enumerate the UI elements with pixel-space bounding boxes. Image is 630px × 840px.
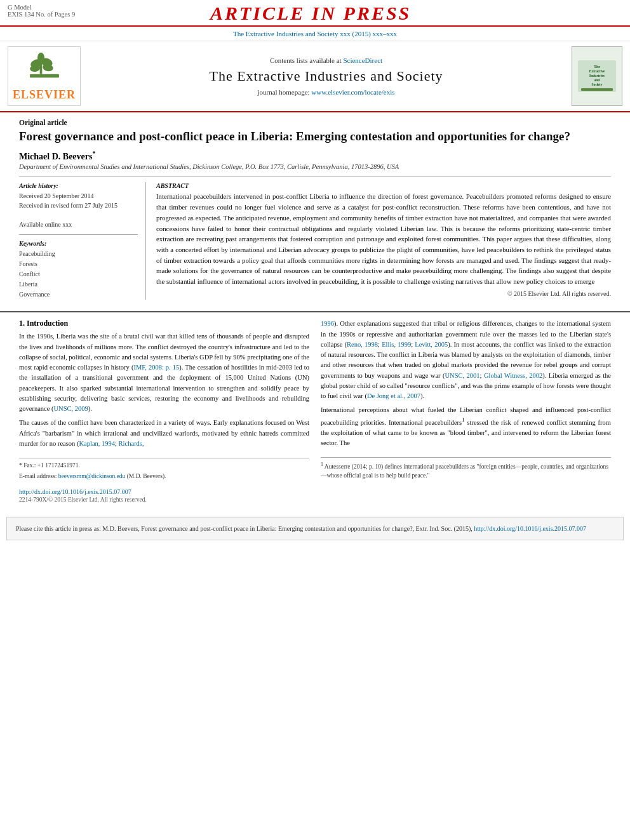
body-two-col: 1. Introduction In the 1990s, Liberia wa… bbox=[19, 319, 611, 502]
ref-1996-link[interactable]: 1996 bbox=[321, 320, 334, 327]
journal-homepage: journal homepage: www.elsevier.com/locat… bbox=[257, 88, 394, 96]
doi-link[interactable]: http://dx.doi.org/10.1016/j.exis.2015.07… bbox=[19, 488, 131, 495]
journal-link-bar: The Extractive Industries and Society xx… bbox=[0, 27, 630, 41]
right-para1: 1996). Other explanations suggested that… bbox=[321, 319, 611, 401]
keywords-section: Keywords: Peacebuilding Forests Conflict… bbox=[19, 240, 138, 300]
svg-point-6 bbox=[37, 53, 44, 63]
cite-text: Please cite this article in press as: M.… bbox=[16, 525, 474, 532]
keyword-list: Peacebuilding Forests Conflict Liberia G… bbox=[19, 249, 138, 300]
svg-text:and: and bbox=[594, 78, 600, 82]
levitt-link[interactable]: Levitt, 2005 bbox=[415, 341, 448, 348]
issn-line: 2214-790X/© 2015 Elsevier Ltd. All right… bbox=[19, 497, 309, 503]
svg-text:Society: Society bbox=[592, 83, 603, 86]
top-banner: G Model EXIS 134 No. of Pages 9 ARTICLE … bbox=[0, 0, 630, 27]
article-in-press-banner: ARTICLE IN PRESS bbox=[75, 4, 546, 23]
keywords-label: Keywords: bbox=[19, 240, 138, 247]
article-in-press-label: ARTICLE IN PRESS bbox=[75, 4, 546, 23]
sciencedirect-link[interactable]: ScienceDirect bbox=[343, 57, 382, 64]
original-article-label: Original article bbox=[19, 119, 611, 126]
intro-heading: 1. Introduction bbox=[19, 319, 309, 328]
keyword-forests: Forests bbox=[19, 259, 138, 269]
ellis-link[interactable]: Ellis, 1999 bbox=[382, 341, 411, 348]
imf-link[interactable]: IMF, 2008: p. 15 bbox=[133, 364, 179, 371]
exis-text: EXIS 134 No. of Pages 9 bbox=[8, 11, 75, 18]
dejong-link[interactable]: De Jong et al., 2007 bbox=[367, 392, 420, 399]
page: G Model EXIS 134 No. of Pages 9 ARTICLE … bbox=[0, 0, 630, 840]
journal-link[interactable]: The Extractive Industries and Society xx… bbox=[233, 30, 397, 37]
elsevier-tree-icon bbox=[25, 51, 64, 86]
article-body: Original article Forest governance and p… bbox=[0, 112, 630, 306]
header-section: ELSEVIER Contents lists available at Sci… bbox=[0, 41, 630, 112]
email-link[interactable]: beeversmm@dickinson.edu bbox=[58, 473, 126, 479]
body-col-right: 1996). Other explanations suggested that… bbox=[321, 319, 611, 502]
cite-box: Please cite this article in press as: M.… bbox=[6, 517, 624, 540]
kaplan-link[interactable]: Kaplan, 1994 bbox=[79, 440, 115, 447]
contents-line: Contents lists available at ScienceDirec… bbox=[270, 57, 382, 64]
abstract-text: International peacebuilders intervened i… bbox=[156, 191, 611, 287]
email-footnote: E-mail address: beeversmm@dickinson.edu … bbox=[19, 472, 309, 481]
article-info-label: Article history: bbox=[19, 182, 138, 189]
received-revised-date: Received in revised form 27 July 2015 bbox=[19, 201, 138, 210]
keyword-governance: Governance bbox=[19, 290, 138, 300]
main-content: 1. Introduction In the 1990s, Liberia wa… bbox=[0, 311, 630, 509]
reno-link[interactable]: Reno, 1998 bbox=[347, 341, 378, 348]
right-para2: International perceptions about what fue… bbox=[321, 405, 611, 448]
article-info-col: Article history: Received 20 September 2… bbox=[19, 182, 146, 300]
svg-text:Extractive: Extractive bbox=[589, 69, 605, 73]
header-center: Contents lists available at ScienceDirec… bbox=[87, 46, 565, 106]
affiliation: Department of Environmental Studies and … bbox=[19, 163, 611, 170]
model-info: G Model EXIS 134 No. of Pages 9 bbox=[8, 4, 75, 18]
article-history: Received 20 September 2014 Received in r… bbox=[19, 191, 138, 229]
elsevier-logo: ELSEVIER bbox=[8, 46, 81, 106]
body-col-left: 1. Introduction In the 1990s, Liberia wa… bbox=[19, 319, 309, 502]
abstract-col: ABSTRACT International peacebuilders int… bbox=[156, 182, 611, 300]
footnotes-left: * Fax.: +1 17172451971. E-mail address: … bbox=[19, 458, 309, 481]
svg-rect-0 bbox=[30, 74, 59, 78]
received-date: Received 20 September 2014 bbox=[19, 191, 138, 201]
doi-section: http://dx.doi.org/10.1016/j.exis.2015.07… bbox=[19, 486, 309, 497]
intro-para2: The causes of the conflict have been cha… bbox=[19, 418, 309, 449]
unsc2009-link[interactable]: UNSC, 2009 bbox=[54, 405, 88, 412]
elsevier-wordmark: ELSEVIER bbox=[13, 88, 76, 102]
richards-link[interactable]: Richards, bbox=[119, 440, 144, 447]
globalwitness-link[interactable]: Global Witness, 2002 bbox=[484, 372, 542, 379]
right-journal-logo: The Extractive Industries and Society bbox=[572, 46, 622, 106]
keyword-peacebuilding: Peacebuilding bbox=[19, 249, 138, 259]
fn1-text: 1 Autesserre (2014; p. 10) defines inter… bbox=[321, 461, 611, 481]
homepage-link[interactable]: www.elsevier.com/locate/exis bbox=[311, 88, 394, 96]
model-text: G Model bbox=[8, 4, 75, 11]
svg-rect-13 bbox=[581, 88, 613, 91]
keyword-liberia: Liberia bbox=[19, 279, 138, 290]
fax-footnote: * Fax.: +1 17172451971. bbox=[19, 462, 309, 470]
right-logo-image: The Extractive Industries and Society bbox=[578, 60, 616, 92]
author-name: Michael D. Beevers* bbox=[19, 150, 611, 162]
intro-para1: In the 1990s, Liberia was the site of a … bbox=[19, 331, 309, 414]
journal-title: The Extractive Industries and Society bbox=[209, 68, 443, 84]
abstract-label: ABSTRACT bbox=[156, 182, 611, 189]
unsc2001-link[interactable]: UNSC, 2001 bbox=[445, 372, 480, 379]
copyright-line: © 2015 Elsevier Ltd. All rights reserved… bbox=[156, 290, 611, 297]
available-online: Available online xxx bbox=[19, 220, 138, 229]
keyword-conflict: Conflict bbox=[19, 269, 138, 279]
info-abstract-section: Article history: Received 20 September 2… bbox=[19, 177, 611, 300]
cite-doi-link[interactable]: http://dx.doi.org/10.1016/j.exis.2015.07… bbox=[474, 525, 586, 532]
svg-text:The: The bbox=[594, 65, 600, 69]
svg-text:Industries: Industries bbox=[589, 74, 605, 77]
footnotes-right: 1 Autesserre (2014; p. 10) defines inter… bbox=[321, 457, 611, 481]
article-title: Forest governance and post-conflict peac… bbox=[19, 129, 611, 145]
